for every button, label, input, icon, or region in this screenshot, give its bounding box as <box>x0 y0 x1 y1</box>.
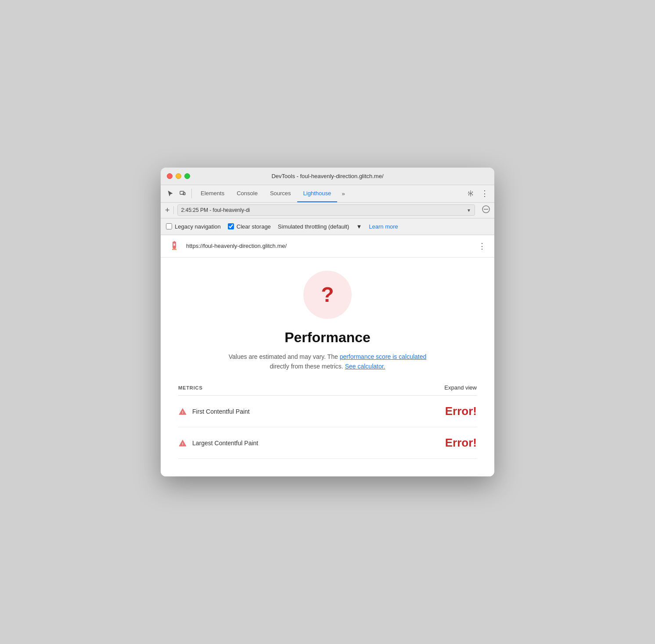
metric-value-fcp: Error! <box>445 404 477 418</box>
tab-list: Elements Console Sources Lighthouse » <box>194 185 464 202</box>
warning-icon-lcp: ! <box>178 439 187 447</box>
performance-description: Values are estimated and may vary. The p… <box>178 352 477 372</box>
title-bar: DevTools - foul-heavenly-direction.glitc… <box>161 168 494 185</box>
description-text-2: directly from these metrics. <box>270 363 343 370</box>
tab-lighthouse[interactable]: Lighthouse <box>297 185 338 202</box>
add-tab-button[interactable]: + <box>165 206 170 214</box>
more-tabs-icon[interactable]: » <box>337 187 349 200</box>
toolbar-divider <box>191 189 192 198</box>
legacy-navigation-label[interactable]: Legacy navigation <box>175 223 221 230</box>
url-bar-text: 2:45:25 PM - foul-heavenly-di <box>181 207 464 213</box>
svg-rect-7 <box>172 249 176 250</box>
warning-icon-fcp: ! <box>178 407 187 416</box>
metric-row-lcp: ! Largest Contentful Paint Error! <box>178 427 477 459</box>
perf-score-link[interactable]: performance score is calculated <box>340 353 427 360</box>
throttling-dropdown[interactable]: ▼ <box>356 223 362 230</box>
performance-title: Performance <box>178 329 477 346</box>
devtools-window: DevTools - foul-heavenly-direction.glitc… <box>161 168 494 477</box>
url-bar-row: + 2:45:25 PM - foul-heavenly-di ▼ <box>161 203 494 218</box>
throttling-label: Simulated throttling (default) <box>278 223 349 230</box>
devtools-toolbar: Elements Console Sources Lighthouse » ⋮ <box>161 185 494 203</box>
main-content: ? Performance Values are estimated and m… <box>161 258 494 477</box>
metric-name-lcp: Largest Contentful Paint <box>192 440 440 447</box>
stop-icon[interactable] <box>482 205 490 215</box>
responsive-icon[interactable] <box>176 187 189 200</box>
legacy-navigation-group: Legacy navigation <box>166 223 221 230</box>
legacy-navigation-checkbox[interactable] <box>166 223 172 229</box>
minimize-button[interactable] <box>176 173 181 179</box>
metric-value-lcp: Error! <box>445 436 477 450</box>
svg-text:!: ! <box>182 442 184 446</box>
clear-storage-group: Clear storage <box>228 223 271 230</box>
cursor-icon[interactable] <box>164 187 176 200</box>
settings-icon[interactable] <box>464 187 477 200</box>
lighthouse-more-options-button[interactable]: ⋮ <box>477 241 487 251</box>
url-bar[interactable]: 2:45:25 PM - foul-heavenly-di ▼ <box>177 204 475 216</box>
score-value: ? <box>321 283 334 307</box>
svg-rect-8 <box>173 243 175 246</box>
expand-view-button[interactable]: Expand view <box>444 384 477 391</box>
more-options-icon[interactable]: ⋮ <box>479 187 491 200</box>
lighthouse-url-row: https://foul-heavenly-direction.glitch.m… <box>161 235 494 258</box>
tab-elements[interactable]: Elements <box>194 185 230 202</box>
url-bar-divider <box>173 206 174 214</box>
toolbar-right: ⋮ <box>464 187 491 200</box>
metrics-label: METRICS <box>178 385 203 390</box>
calculator-link[interactable]: See calculator. <box>345 363 385 370</box>
throttling-dropdown-arrow: ▼ <box>356 223 362 230</box>
learn-more-link[interactable]: Learn more <box>369 223 398 230</box>
metrics-header: METRICS Expand view <box>178 384 477 396</box>
options-row: Legacy navigation Clear storage Simulate… <box>161 218 494 235</box>
url-dropdown-icon[interactable]: ▼ <box>467 208 471 213</box>
svg-rect-6 <box>173 248 176 249</box>
traffic-lights <box>167 173 190 179</box>
description-text-1: Values are estimated and may vary. The <box>229 353 338 360</box>
clear-storage-label[interactable]: Clear storage <box>237 223 271 230</box>
clear-storage-checkbox[interactable] <box>228 223 234 229</box>
window-title: DevTools - foul-heavenly-direction.glitc… <box>271 173 383 179</box>
score-circle-container: ? <box>178 271 477 319</box>
svg-text:!: ! <box>182 410 184 415</box>
maximize-button[interactable] <box>184 173 190 179</box>
close-button[interactable] <box>167 173 173 179</box>
metric-name-fcp: First Contentful Paint <box>192 408 440 415</box>
lighthouse-url-text: https://foul-heavenly-direction.glitch.m… <box>186 243 471 249</box>
tab-sources[interactable]: Sources <box>264 185 297 202</box>
score-circle: ? <box>303 271 352 319</box>
lighthouse-logo-icon <box>168 240 181 253</box>
metric-row-fcp: ! First Contentful Paint Error! <box>178 396 477 427</box>
tab-console[interactable]: Console <box>230 185 264 202</box>
